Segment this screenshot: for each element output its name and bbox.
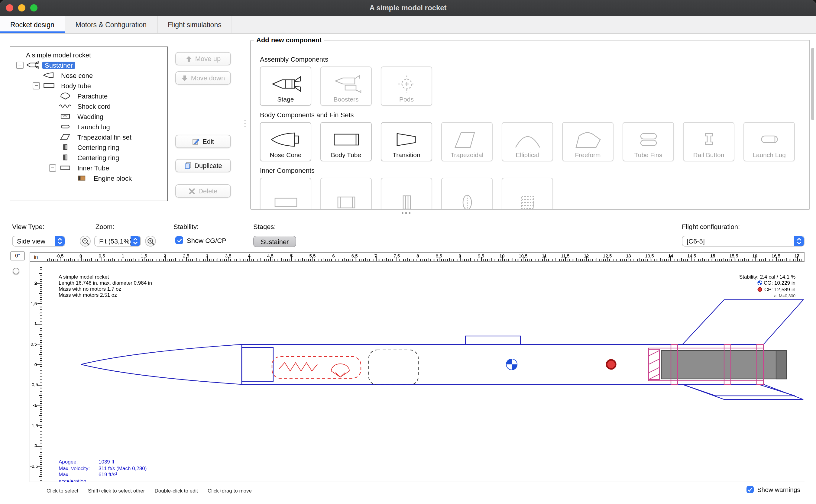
ruler-tick [40, 373, 42, 373]
ruler-tick [329, 259, 330, 261]
ruler-tick [287, 259, 288, 261]
ruler-tick [441, 259, 442, 261]
ruler-tick [413, 259, 414, 261]
screen: A simple model rocket Rocket design Moto… [0, 0, 816, 504]
zoom-in-button[interactable] [145, 236, 156, 247]
ruler-tick [601, 259, 602, 261]
zoom-out-button[interactable] [80, 236, 91, 247]
ruler-tick [224, 259, 225, 261]
tree-item-centering-ring[interactable]: Centering ring [10, 142, 167, 152]
elliptical-button[interactable]: Elliptical [502, 122, 553, 161]
ruler-tick [40, 309, 42, 310]
tree-item-body-tube[interactable]: −Body tube [10, 80, 167, 91]
transition-button[interactable]: Transition [381, 122, 432, 161]
panel-resize-handle[interactable]: ••• [401, 209, 412, 216]
show-warnings-checkbox[interactable] [746, 486, 754, 493]
ruler-tick [645, 259, 646, 261]
stage-toggle-sustainer[interactable]: Sustainer [253, 236, 296, 247]
coupler-button[interactable] [320, 178, 372, 210]
tree-item-shock-cord[interactable]: Shock cord [10, 101, 167, 111]
rail-button-button[interactable]: Rail Button [683, 122, 734, 161]
ruler-label: 7 [368, 253, 383, 258]
ruler-tick [763, 259, 764, 261]
freeform-button[interactable]: Freeform [562, 122, 614, 161]
ruler-tick [274, 259, 275, 261]
rotation-slider-knob[interactable] [13, 268, 19, 274]
pods-button[interactable]: Pods [381, 66, 432, 106]
collapse-icon[interactable]: − [49, 164, 56, 171]
vertical-ruler: -2,5-2-1,5-1-0,500,511,52 [30, 262, 42, 482]
component-tree[interactable]: A simple model rocket−SustainerNose cone… [10, 47, 168, 201]
bulkhead-button[interactable] [441, 178, 493, 210]
edit-button[interactable]: Edit [175, 135, 231, 148]
rocket-side-view[interactable] [42, 262, 805, 482]
ruler-tick [504, 259, 505, 261]
ruler-tick [603, 259, 604, 261]
innertube-button[interactable] [260, 178, 311, 210]
body-tube-button[interactable]: Body Tube [320, 122, 372, 161]
rocket-drawing-area[interactable]: A simple model rocket Length 16,748 in, … [42, 262, 805, 482]
tree-item-launch-lug[interactable]: Launch lug [10, 121, 167, 132]
ruler-tick [778, 259, 779, 261]
vertical-scrollbar[interactable] [811, 48, 814, 120]
tree-item-centering-ring[interactable]: Centering ring [10, 152, 167, 163]
fullscreen-button[interactable] [30, 4, 37, 11]
launch-lug-button[interactable]: Launch Lug [743, 122, 795, 161]
arrow-up-icon [186, 55, 192, 62]
close-button[interactable] [6, 4, 13, 11]
tree-item-sustainer[interactable]: −Sustainer [10, 60, 167, 70]
minimize-button[interactable] [18, 4, 25, 11]
ruler-tick [167, 259, 168, 261]
ruler-tick [304, 259, 305, 261]
panel-splitter-handle[interactable]: ⋮ [241, 118, 250, 129]
ruler-tick [458, 259, 458, 261]
tab-flight-simulations[interactable]: Flight simulations [157, 16, 232, 33]
ruler-tick [40, 328, 42, 328]
ruler-tick [40, 438, 42, 438]
ruler-label: -1 [30, 402, 37, 408]
ruler-tick [374, 259, 374, 261]
show-cg-cp-checkbox[interactable] [175, 236, 183, 244]
rocket-view-canvas[interactable]: -0,500,511,522,533,544,555,566,577,588,5… [30, 252, 805, 482]
tube-fins-button[interactable]: Tube Fins [623, 122, 674, 161]
flight-configuration-select[interactable]: [C6-5] [682, 236, 805, 247]
delete-button[interactable]: Delete [175, 184, 231, 198]
move-down-button[interactable]: Move down [175, 71, 231, 85]
tree-item-label: Body tube [59, 82, 93, 89]
ruler-tick [782, 259, 783, 261]
ruler-tick [551, 259, 551, 261]
tab-rocket-design[interactable]: Rocket design [0, 16, 65, 33]
tree-item-inner-tube[interactable]: −Inner Tube [10, 163, 167, 173]
tree-item-nose-cone[interactable]: Nose cone [10, 70, 167, 80]
nose-cone-button[interactable]: Nose Cone [260, 122, 311, 161]
collapse-icon[interactable]: − [33, 82, 40, 89]
ruler-tick [471, 258, 471, 261]
nose-icon [42, 71, 57, 79]
ruler-tick [39, 334, 42, 334]
tree-item-trapezoidal-fin-set[interactable]: Trapezoidal fin set [10, 132, 167, 142]
engineblock-button[interactable] [502, 178, 553, 210]
stage-button[interactable]: Stage [260, 66, 311, 106]
collapse-icon[interactable]: − [16, 61, 24, 69]
ruler-tick [176, 258, 176, 261]
ruler-tick [367, 259, 368, 261]
tree-item-a-simple-model-rocket[interactable]: A simple model rocket [10, 50, 167, 60]
ruler-tick [416, 259, 416, 261]
centeringring-button[interactable] [381, 178, 432, 210]
ruler-tick [780, 259, 781, 261]
move-up-button[interactable]: Move up [175, 52, 231, 65]
ruler-tick [786, 258, 787, 261]
tree-item-parachute[interactable]: Parachute [10, 91, 167, 101]
ruler-tick [40, 295, 42, 296]
duplicate-button[interactable]: Duplicate [175, 159, 231, 172]
trapezoidal-button[interactable]: Trapezoidal [441, 122, 493, 161]
ruler-tick [85, 259, 86, 261]
zoom-select[interactable]: Fit (53,1%) [94, 236, 141, 247]
section-title-inner-components: Inner Components [260, 167, 800, 174]
ruler-tick [740, 259, 741, 261]
tree-item-engine-block[interactable]: Engine block [10, 173, 167, 183]
boosters-button[interactable]: Boosters [320, 66, 372, 106]
view-type-select[interactable]: Side view [12, 236, 65, 247]
tree-item-wadding[interactable]: Wadding [10, 111, 167, 121]
tab-motors-configuration[interactable]: Motors & Configuration [65, 16, 157, 33]
